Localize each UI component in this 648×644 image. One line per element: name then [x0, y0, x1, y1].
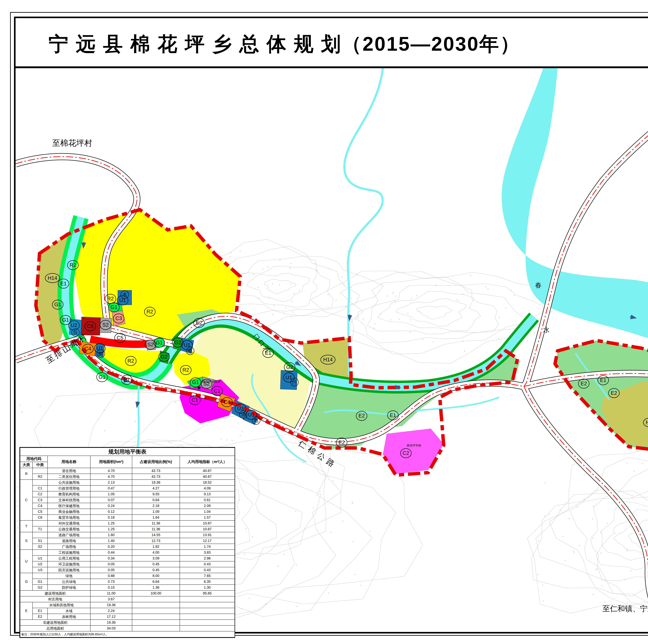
- table-cell: 95.65: [180, 590, 235, 596]
- table-cell: G1: [33, 579, 48, 585]
- table-cell: 100.00: [132, 590, 180, 596]
- zone-label-code: E2: [338, 440, 345, 445]
- elevation-mark: +: [374, 322, 376, 325]
- elevation-mark: +: [343, 283, 345, 286]
- zone-label-code: G2: [174, 340, 181, 345]
- table-row: G1公共绿地0.736.646.35: [20, 579, 235, 585]
- table-cell: 用地名称: [48, 456, 90, 468]
- table-row: T1公路交通用地1.2511.3610.87: [20, 526, 235, 532]
- service-label-code: 拉: [73, 330, 78, 335]
- service-label-code: 电: [188, 348, 193, 353]
- elevation-mark: +: [262, 267, 264, 271]
- elevation-mark: +: [272, 313, 274, 316]
- table-row: S道路广场用地1.6014.5513.91: [20, 532, 235, 538]
- table-cell: 1.57: [180, 514, 235, 521]
- table-cell: C: [20, 480, 33, 521]
- table-cell: 4.09: [180, 485, 235, 491]
- zone-label-code: G1: [192, 379, 199, 385]
- elevation-mark: +: [21, 410, 23, 413]
- zone-label-code: E1: [124, 377, 130, 383]
- table-cell: 0.05: [90, 561, 132, 567]
- elevation-mark: +: [630, 569, 632, 573]
- table-cell: [33, 550, 48, 555]
- elevation-mark: +: [350, 297, 352, 300]
- elevation-mark: +: [627, 462, 628, 465]
- table-cell: 2.24: [90, 608, 132, 614]
- table-cell: 0.61: [180, 497, 235, 503]
- table-cell: [132, 608, 180, 614]
- table-cell: 4.27: [132, 485, 180, 491]
- table-cell: U1: [33, 555, 48, 561]
- table-cell: 3.67: [90, 596, 132, 602]
- table-cell: 9.55: [132, 491, 180, 497]
- service-label-code: 水: [122, 292, 127, 297]
- elevation-mark: +: [559, 509, 561, 512]
- table-cell: 0.20: [90, 544, 132, 550]
- table-row: S1道路用地1.4012.7312.17: [20, 538, 235, 544]
- elevation-mark: +: [238, 499, 240, 502]
- table-cell: 医疗保健用地: [48, 503, 90, 509]
- elevation-mark: +: [360, 584, 362, 587]
- table-cell: 二类居住用地: [48, 474, 90, 480]
- table-cell: 中类: [33, 462, 48, 468]
- table-cell: 教育机构用地: [48, 491, 90, 497]
- table-cell: 6.64: [132, 579, 180, 585]
- table-cell: E: [20, 602, 33, 620]
- table-cell: U: [20, 550, 33, 573]
- table-row: E水域和其他用地19.36: [20, 602, 235, 608]
- table-cell: 0.43: [180, 561, 235, 567]
- table-row: S2广场用地0.201.821.74: [20, 544, 235, 550]
- elevation-mark: +: [626, 549, 628, 553]
- table-cell: 规划用地平衡表: [20, 448, 235, 456]
- zone-label-code: E1: [390, 412, 396, 418]
- elevation-mark: +: [335, 299, 337, 302]
- flow-arrow-icon: [83, 242, 84, 248]
- table-cell: R2: [33, 474, 48, 480]
- zone-label-code: S2: [147, 342, 154, 347]
- table-cell: 40.87: [180, 474, 235, 480]
- table-cell: [33, 468, 48, 474]
- table-cell: 6.35: [180, 579, 235, 585]
- table-cell: 34.03: [90, 626, 132, 631]
- table-cell: T1: [33, 526, 48, 532]
- elevation-mark: +: [390, 318, 391, 321]
- elevation-mark: +: [350, 286, 352, 289]
- table-cell: 2.96: [180, 555, 235, 561]
- table-cell: 水域: [48, 608, 90, 614]
- zone-label-code: U1: [119, 297, 126, 303]
- elevation-mark: +: [470, 274, 471, 277]
- zone-label-code: H14: [323, 357, 333, 362]
- elevation-mark: +: [291, 300, 292, 303]
- table-cell: [33, 573, 48, 579]
- zone-label-code: U3: [237, 406, 244, 411]
- table-cell: 0.15: [90, 585, 132, 590]
- elevation-mark: +: [386, 294, 388, 298]
- elevation-mark: +: [295, 510, 296, 513]
- land-balance-table: 规划用地平衡表用地代码用地名称用地面积(hm²)占建设用地比例(%)人均用地指标…: [19, 447, 235, 638]
- table-row: 用地代码用地名称用地面积(hm²)占建设用地比例(%)人均用地指标（m²/人）: [20, 456, 235, 462]
- flow-arrow-icon: [394, 387, 400, 388]
- table-row: E1水域2.24: [20, 608, 235, 614]
- table-row: E2农林用地17.12: [20, 614, 235, 620]
- table-cell: S2: [33, 544, 48, 550]
- elevation-mark: +: [631, 496, 633, 500]
- table-cell: 农林用地: [48, 614, 90, 620]
- elevation-mark: +: [600, 531, 602, 534]
- table-cell: 占建设用地比例(%): [132, 456, 180, 468]
- elevation-mark: +: [355, 317, 356, 321]
- elevation-mark: +: [606, 522, 608, 525]
- elevation-mark: +: [170, 441, 172, 444]
- zone-label-code: E2: [611, 390, 617, 396]
- table-row: 村庄用地3.67: [20, 596, 235, 602]
- elevation-mark: +: [458, 299, 460, 302]
- elevation-mark: +: [237, 421, 239, 425]
- elevation-mark: +: [244, 552, 245, 556]
- table-cell: 广场用地: [48, 544, 90, 550]
- elevation-mark: +: [341, 275, 343, 279]
- elevation-mark: +: [257, 286, 259, 289]
- table-cell: 人均用地指标（m²/人）: [180, 456, 235, 468]
- table-cell: 7.65: [180, 573, 235, 579]
- table-cell: 19.36: [132, 480, 180, 485]
- table-cell: 1.64: [132, 514, 180, 521]
- table-cell: 环卫设施用地: [48, 561, 90, 567]
